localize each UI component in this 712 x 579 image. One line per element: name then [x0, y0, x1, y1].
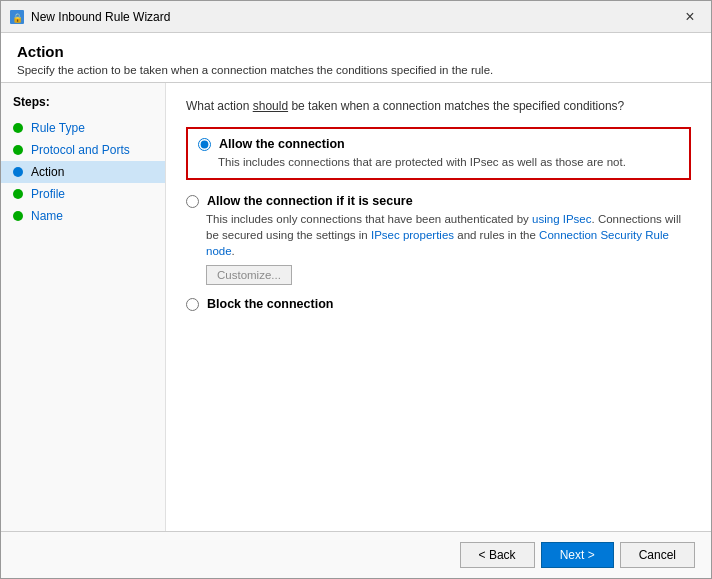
- content-area: Steps: Rule Type Protocol and Ports Acti…: [1, 83, 711, 531]
- sidebar-item-label-action: Action: [31, 165, 64, 179]
- steps-label: Steps:: [1, 95, 165, 117]
- option-allow-row: Allow the connection: [198, 137, 679, 151]
- footer-bar: < Back Next > Cancel: [1, 531, 711, 578]
- ipsec-properties-link: IPsec properties: [371, 229, 454, 241]
- customize-button[interactable]: Customize...: [206, 265, 292, 285]
- step-indicator-profile: [13, 189, 23, 199]
- close-button[interactable]: ×: [677, 7, 703, 27]
- option-block-group: Block the connection: [186, 297, 691, 311]
- title-bar: 🔒 New Inbound Rule Wizard ×: [1, 1, 711, 33]
- sidebar: Steps: Rule Type Protocol and Ports Acti…: [1, 83, 166, 531]
- window-icon: 🔒: [9, 9, 25, 25]
- sidebar-item-action[interactable]: Action: [1, 161, 165, 183]
- step-indicator-name: [13, 211, 23, 221]
- option-allow-secure-desc: This includes only connections that have…: [206, 211, 691, 259]
- ipsec-link: using IPsec: [532, 213, 591, 225]
- sidebar-item-label-rule-type: Rule Type: [31, 121, 85, 135]
- sidebar-item-rule-type[interactable]: Rule Type: [1, 117, 165, 139]
- option-allow-secure-label[interactable]: Allow the connection if it is secure: [207, 194, 413, 208]
- radio-block[interactable]: [186, 298, 199, 311]
- sidebar-item-label-name: Name: [31, 209, 63, 223]
- wizard-window: 🔒 New Inbound Rule Wizard × Action Speci…: [0, 0, 712, 579]
- options-box: Allow the connection This includes conne…: [186, 127, 691, 515]
- page-description: Specify the action to be taken when a co…: [17, 64, 695, 76]
- option-block-label[interactable]: Block the connection: [207, 297, 333, 311]
- option-allow-label[interactable]: Allow the connection: [219, 137, 345, 151]
- radio-allow-secure[interactable]: [186, 195, 199, 208]
- option-allow-highlighted: Allow the connection This includes conne…: [186, 127, 691, 180]
- radio-allow[interactable]: [198, 138, 211, 151]
- question-underline: should: [253, 99, 288, 113]
- page-header: Action Specify the action to be taken wh…: [1, 33, 711, 83]
- step-indicator-action: [13, 167, 23, 177]
- next-button[interactable]: Next >: [541, 542, 614, 568]
- back-button[interactable]: < Back: [460, 542, 535, 568]
- sidebar-item-label-profile: Profile: [31, 187, 65, 201]
- step-indicator-rule-type: [13, 123, 23, 133]
- cancel-button[interactable]: Cancel: [620, 542, 695, 568]
- step-indicator-protocol-ports: [13, 145, 23, 155]
- page-title: Action: [17, 43, 695, 60]
- svg-text:🔒: 🔒: [12, 12, 24, 24]
- option-allow-secure-row: Allow the connection if it is secure: [186, 194, 691, 208]
- main-panel: What action should be taken when a conne…: [166, 83, 711, 531]
- window-title: New Inbound Rule Wizard: [31, 10, 677, 24]
- question-text: What action should be taken when a conne…: [186, 99, 691, 113]
- sidebar-item-protocol-ports[interactable]: Protocol and Ports: [1, 139, 165, 161]
- sidebar-item-label-protocol-ports: Protocol and Ports: [31, 143, 130, 157]
- option-allow-secure-group: Allow the connection if it is secure Thi…: [186, 194, 691, 285]
- sidebar-item-name[interactable]: Name: [1, 205, 165, 227]
- option-block-row: Block the connection: [186, 297, 691, 311]
- sidebar-item-profile[interactable]: Profile: [1, 183, 165, 205]
- option-allow-desc: This includes connections that are prote…: [218, 154, 679, 170]
